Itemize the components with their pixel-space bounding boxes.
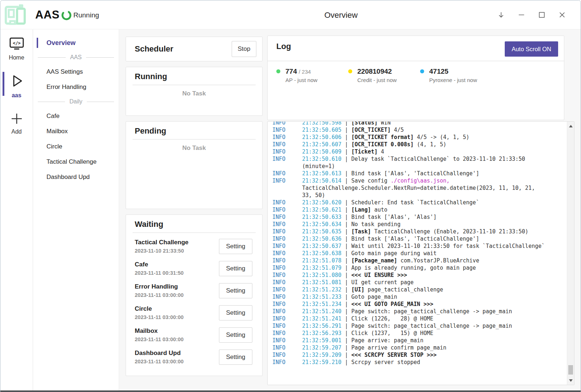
minimize-icon[interactable] <box>517 11 525 19</box>
stop-button[interactable]: Stop <box>232 41 256 57</box>
setting-button[interactable]: Setting <box>219 239 252 254</box>
nav-rail: </> Home aas Add <box>0 29 33 391</box>
log-view[interactable]: INFO21:32:50.598 | [Status] WININFO21:32… <box>267 121 574 385</box>
sidebar-item-circle[interactable]: Circle <box>33 139 119 154</box>
log-line: INFO21:32:50.609 | [Ticket] 4 <box>272 148 565 155</box>
log-line: INFO21:32:51.241 | Click (1226, 28) @ HO… <box>272 315 565 322</box>
sidebar-item-cafe[interactable]: Cafe <box>33 109 119 124</box>
app-name: AAS <box>35 0 60 29</box>
running-empty-text: No Task <box>126 90 262 97</box>
setting-button[interactable]: Setting <box>219 350 252 365</box>
sidebar-item-dashboard-upd[interactable]: Dashboard Upd <box>33 170 119 185</box>
app-window: AAS Running Overview <box>0 0 581 392</box>
log-line: INFO21:32:50.635 | [Task] TacticalChalle… <box>272 228 565 235</box>
log-line: INFO21:32:50.605 | [OCR_TICKET] 4/5 <box>272 126 565 134</box>
play-icon <box>9 73 24 90</box>
setting-button[interactable]: Setting <box>219 327 252 343</box>
pending-card: Pending No Task <box>126 121 263 209</box>
status-text: Running <box>73 0 99 29</box>
log-line: INFO21:32:51.079 | App is already runnin… <box>272 264 565 271</box>
waiting-row-circle: Circle2023-11-11 03:00:00Setting <box>126 302 262 324</box>
log-line: INFO21:32:51.233 | Goto page_main <box>272 293 565 301</box>
waiting-list: Tactical Challenge2023-11-10 21:33:50Set… <box>126 233 262 368</box>
scheduler-card: Scheduler Stop <box>126 37 263 61</box>
log-line: INFO21:32:50.607 | [OCR_TICKET 0.008s] (… <box>272 141 565 148</box>
stat-dot-icon <box>420 69 424 73</box>
stat-dot-icon <box>276 69 280 73</box>
svg-text:</>: </> <box>13 41 21 46</box>
task-next-run-time: 2023-11-11 03:00:00 <box>135 359 184 364</box>
close-icon[interactable] <box>558 11 566 19</box>
scroll-up-icon[interactable] <box>567 122 574 130</box>
arrow-down-icon[interactable] <box>497 11 505 19</box>
window-controls <box>497 0 566 29</box>
scrollbar-thumb[interactable] <box>568 365 573 375</box>
stat-label: AP - just now <box>285 77 317 83</box>
log-line: (minute=1) <box>272 163 565 170</box>
auto-scroll-button[interactable]: Auto Scroll ON <box>505 41 558 57</box>
pending-title: Pending <box>135 126 166 135</box>
waiting-row-mailbox: Mailbox2023-11-11 03:00:00Setting <box>126 324 262 346</box>
scroll-down-icon[interactable] <box>567 377 574 384</box>
log-line: INFO21:32:51.232 | [UI] page_tactical_ch… <box>272 286 565 293</box>
title-bar: AAS Running Overview <box>0 0 581 29</box>
sidebar-item-mailbox[interactable]: Mailbox <box>33 124 119 139</box>
task-name: Error Handling <box>135 283 184 290</box>
running-title: Running <box>135 72 167 81</box>
divider <box>133 139 256 140</box>
divider <box>133 85 256 85</box>
log-scrollbar[interactable] <box>567 122 574 385</box>
waiting-row-tactical-challenge: Tactical Challenge2023-11-10 21:33:50Set… <box>126 235 262 257</box>
log-line: INFO21:32:50.606 | [OCR_TICKET format] 4… <box>272 134 565 141</box>
log-line: INFO21:32:50.614 | Save config ./config\… <box>272 177 565 184</box>
task-name: Tactical Challenge <box>135 239 188 246</box>
waiting-row-dashboard-upd: Dashboard Upd2023-11-11 03:00:00Setting <box>126 346 262 368</box>
rail-item-home[interactable]: </> Home <box>0 29 33 61</box>
setting-button[interactable]: Setting <box>219 283 252 298</box>
log-line: INFO21:32:59.210 | Scrcpy server stopped <box>272 359 565 366</box>
log-line: INFO21:32:50.620 | Scheduler: End task `… <box>272 199 565 206</box>
log-line: INFO21:32:50.636 | Bind task ['Alas', 'T… <box>272 235 565 242</box>
task-next-run-time: 2023-11-11 03:00:00 <box>135 292 184 298</box>
rail-label-aas: aas <box>12 92 21 99</box>
setting-button[interactable]: Setting <box>219 261 252 276</box>
task-next-run-time: 2023-11-10 21:33:50 <box>135 248 188 254</box>
setting-button[interactable]: Setting <box>219 305 252 320</box>
sidebar-item-overview[interactable]: Overview <box>33 35 119 50</box>
log-line: INFO21:32:51.234 | <<< UI GOTO PAGE_MAIN… <box>272 301 565 308</box>
scheduler-title: Scheduler <box>135 44 173 54</box>
rail-label-home: Home <box>9 54 24 61</box>
log-card: Log Auto Scroll ON 774/ 234AP - just now… <box>267 36 564 120</box>
log-content: INFO21:32:50.598 | [Status] WININFO21:32… <box>268 122 567 385</box>
log-line: INFO21:32:50.613 | Bind task ['Alas', 'T… <box>272 170 565 177</box>
task-name: Cafe <box>135 261 184 268</box>
sidebar-item-tactical-challenge[interactable]: Tactical Challenge <box>33 154 119 170</box>
plus-icon <box>10 113 23 126</box>
running-spinner-icon <box>61 10 72 22</box>
log-line: INFO21:32:59.207 | Page arrive confirm p… <box>272 344 565 351</box>
waiting-row-error-handling: Error Handling2023-11-11 03:00:00Setting <box>126 279 262 302</box>
log-line: 33, 50) <box>272 192 565 199</box>
rail-item-aas[interactable]: aas <box>0 73 33 99</box>
sidebar-section-daily: Daily <box>33 95 119 109</box>
task-name: Circle <box>135 305 184 313</box>
code-monitor-icon: </> <box>9 37 24 52</box>
sidebar-item-aas-settings[interactable]: AAS Settings <box>33 64 119 79</box>
stat-value: 47125 <box>429 68 448 75</box>
log-line: INFO21:32:56.293 | Click (1237, 15) @ HO… <box>272 330 565 337</box>
maximize-icon[interactable] <box>538 11 546 19</box>
waiting-card: Waiting Tactical Challenge2023-11-10 21:… <box>126 215 263 376</box>
task-name: Dashboard Upd <box>135 350 184 357</box>
active-indicator <box>3 72 4 96</box>
log-line: INFO21:32:56.291 | Page switch: page_tac… <box>272 322 565 330</box>
sidebar-item-error-handling[interactable]: Error Handling <box>33 79 119 95</box>
log-line: INFO21:32:51.081 | UI get current page <box>272 279 565 286</box>
main-area: Scheduler Stop Running No Task Pending N… <box>119 29 581 391</box>
rail-item-add[interactable]: Add <box>0 113 33 135</box>
waiting-row-cafe: Cafe2023-11-11 00:31:50Setting <box>126 257 262 279</box>
page-title: Overview <box>324 0 358 29</box>
log-line: INFO21:32:51.240 | Page switch: page_tac… <box>272 308 565 315</box>
task-name: Mailbox <box>135 327 184 335</box>
stat-ap: 774/ 234AP - just now <box>276 68 348 83</box>
stat-credit: 220810942Credit - just now <box>348 68 420 83</box>
